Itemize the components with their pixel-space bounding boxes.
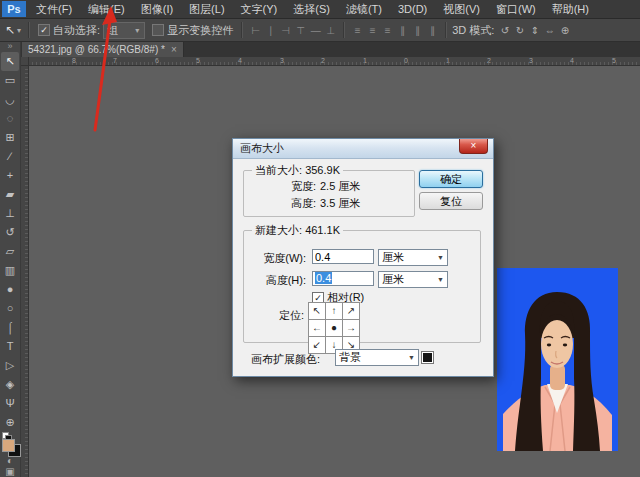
anchor-top-right-cell[interactable]: ↗ xyxy=(343,303,360,320)
current-size-legend: 当前大小: 356.9K xyxy=(252,163,343,178)
menu-filter[interactable]: 滤镜(T) xyxy=(338,0,390,18)
distribute-vcenter-icon[interactable]: ≡ xyxy=(365,25,380,36)
align-bottom-icon[interactable]: ⊥ xyxy=(323,25,338,36)
eraser-tool-icon: ▱ xyxy=(6,245,14,257)
ruler-number: 3 xyxy=(529,57,533,64)
3d-rotate-icon[interactable]: ↺ xyxy=(497,25,512,36)
align-top-icon[interactable]: ⊤ xyxy=(293,25,308,36)
eraser-tool[interactable]: ▱ xyxy=(1,242,19,261)
hand-tool[interactable]: Ψ xyxy=(1,394,19,413)
anchor-right-cell[interactable]: → xyxy=(343,320,360,337)
menu-layer[interactable]: 图层(L) xyxy=(181,0,232,18)
path-selection-tool[interactable]: ▷ xyxy=(1,356,19,375)
ok-button[interactable]: 确定 xyxy=(419,170,483,188)
move-tool-icon: ↖ xyxy=(5,55,14,67)
dodge-tool-icon: ○ xyxy=(7,302,14,314)
brush-tool[interactable]: ▰ xyxy=(1,185,19,204)
anchor-top-left-cell[interactable]: ↖ xyxy=(309,303,326,320)
current-size-group: 当前大小: 356.9K 宽度:2.5 厘米 高度:3.5 厘米 xyxy=(243,163,415,217)
canvas-size-dialog: 画布大小 × 当前大小: 356.9K 宽度:2.5 厘米 高度:3.5 厘米 … xyxy=(232,138,494,377)
extension-color-dropdown[interactable]: 背景 ▼ xyxy=(335,349,419,366)
distribute-top-icon[interactable]: ≡ xyxy=(350,25,365,36)
menu-3d[interactable]: 3D(D) xyxy=(390,0,435,18)
pen-tool[interactable]: ⌠ xyxy=(1,318,19,337)
crop-tool-icon: ⊞ xyxy=(5,131,14,143)
document-tab[interactable]: 54321.jpg @ 66.7%(RGB/8#) * × xyxy=(22,42,184,57)
ruler-number: 1 xyxy=(446,57,450,64)
face-shape xyxy=(541,320,573,368)
menu-image[interactable]: 图像(I) xyxy=(133,0,181,18)
anchor-center-cell[interactable]: ● xyxy=(326,320,343,337)
document-tab-title: 54321.jpg @ 66.7%(RGB/8#) * xyxy=(28,42,165,57)
extension-color-label: 画布扩展颜色: xyxy=(251,352,320,367)
3d-scale-icon[interactable]: ⊕ xyxy=(557,25,572,36)
collapse-tools-button[interactable]: » xyxy=(0,42,20,52)
align-left-icon[interactable]: ⊢ xyxy=(248,25,263,36)
align-hcenter-icon[interactable]: ∣ xyxy=(263,25,278,36)
menu-edit[interactable]: 编辑(E) xyxy=(80,0,133,18)
shape-tool-icon: ◈ xyxy=(6,378,14,390)
crop-tool[interactable]: ⊞ xyxy=(1,128,19,147)
chevron-down-icon: ▼ xyxy=(437,276,444,283)
distribute-hcenter-icon[interactable]: ∥ xyxy=(410,25,425,36)
clone-stamp-tool[interactable]: ⊥ xyxy=(1,204,19,223)
auto-select-target-dropdown[interactable]: 组 ▾ xyxy=(103,22,145,39)
dialog-title-bar[interactable]: 画布大小 × xyxy=(233,139,493,159)
width-input[interactable] xyxy=(312,249,374,264)
dodge-tool[interactable]: ○ xyxy=(1,299,19,318)
move-tool[interactable]: ↖ xyxy=(1,52,19,71)
menu-select[interactable]: 选择(S) xyxy=(285,0,338,18)
menu-view[interactable]: 视图(V) xyxy=(435,0,488,18)
quick-selection-tool[interactable]: ◌ xyxy=(1,109,19,128)
new-height-label: 高度(H): xyxy=(246,273,306,288)
reset-button[interactable]: 复位 xyxy=(419,192,483,210)
rectangular-marquee-tool[interactable]: ▭ xyxy=(1,71,19,90)
screen-mode-icon[interactable]: ▣ xyxy=(1,466,19,477)
height-input[interactable]: 0.4 xyxy=(312,271,374,286)
distribute-bottom-icon[interactable]: ≡ xyxy=(380,25,395,36)
anchor-left-cell[interactable]: ← xyxy=(309,320,326,337)
document-tab-bar: 54321.jpg @ 66.7%(RGB/8#) * × xyxy=(20,42,640,57)
menu-help[interactable]: 帮助(H) xyxy=(544,0,597,18)
menu-window[interactable]: 窗口(W) xyxy=(488,0,544,18)
tool-preset-caret-icon[interactable]: ▾ xyxy=(17,26,21,35)
auto-select-checkbox[interactable]: ✓ xyxy=(38,24,50,36)
vertical-ruler[interactable] xyxy=(20,65,29,477)
dialog-close-button[interactable]: × xyxy=(459,139,488,154)
distribute-right-icon[interactable]: ∥ xyxy=(425,25,440,36)
distribute-left-icon[interactable]: ∥ xyxy=(395,25,410,36)
options-bar: ↖ ▾ ✓ 自动选择: 组 ▾ ✓ 显示变换控件 ⊢ ∣ ⊣ ⊤ — ⊥ ≡ ≡… xyxy=(0,19,640,42)
lasso-tool[interactable]: ◡ xyxy=(1,90,19,109)
zoom-tool[interactable]: ⊕ xyxy=(1,413,19,432)
3d-roll-icon[interactable]: ↻ xyxy=(512,25,527,36)
ruler-number: 4 xyxy=(570,57,574,64)
photoshop-logo-icon[interactable]: Ps xyxy=(2,1,26,17)
tab-close-icon[interactable]: × xyxy=(171,42,177,57)
align-vcenter-icon[interactable]: — xyxy=(308,25,323,36)
anchor-top-cell[interactable]: ↑ xyxy=(326,303,343,320)
3d-drag-icon[interactable]: ⇕ xyxy=(527,25,542,36)
foreground-color-swatch[interactable] xyxy=(2,439,15,452)
blur-tool[interactable]: ● xyxy=(1,280,19,299)
move-tool-preset-icon[interactable]: ↖ xyxy=(5,23,15,37)
3d-slide-icon[interactable]: ⇔ xyxy=(542,25,557,36)
align-right-icon[interactable]: ⊣ xyxy=(278,25,293,36)
menu-type[interactable]: 文字(Y) xyxy=(233,0,286,18)
gradient-tool[interactable]: ▥ xyxy=(1,261,19,280)
history-brush-tool[interactable]: ↺ xyxy=(1,223,19,242)
shape-tool[interactable]: ◈ xyxy=(1,375,19,394)
document-photo[interactable] xyxy=(497,268,618,451)
type-tool[interactable]: T xyxy=(1,337,19,356)
show-transform-checkbox[interactable]: ✓ xyxy=(152,24,164,36)
height-unit-dropdown[interactable]: 厘米 ▼ xyxy=(378,271,448,288)
horizontal-ruler[interactable]: 8 7 6 5 4 3 2 1 0 1 2 3 4 5 xyxy=(20,57,640,66)
extension-color-swatch[interactable] xyxy=(421,351,434,364)
menu-file[interactable]: 文件(F) xyxy=(28,0,80,18)
eyedropper-tool[interactable]: ∕ xyxy=(1,147,19,166)
ruler-number: 1 xyxy=(363,57,367,64)
spot-healing-brush-tool-icon: + xyxy=(7,169,13,181)
width-unit-dropdown[interactable]: 厘米 ▼ xyxy=(378,249,448,266)
spot-healing-brush-tool[interactable]: + xyxy=(1,166,19,185)
dialog-title: 画布大小 xyxy=(233,139,284,158)
type-tool-icon: T xyxy=(7,340,14,352)
